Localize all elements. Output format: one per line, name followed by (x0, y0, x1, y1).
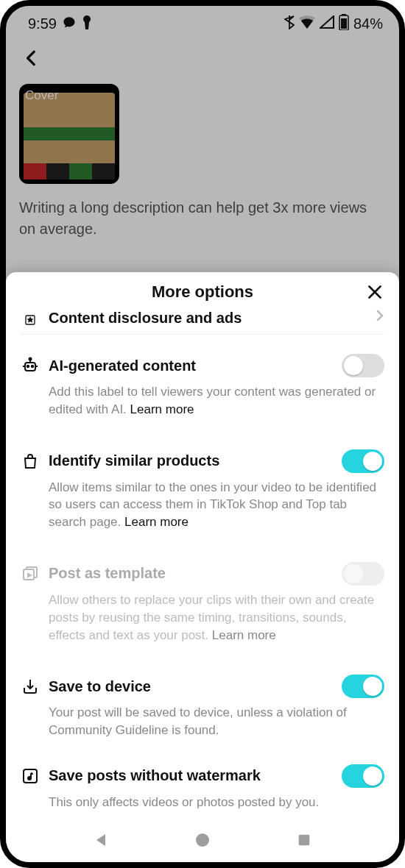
toggle-save-without-watermark[interactable] (342, 764, 384, 788)
music-note-box-icon (21, 766, 40, 786)
android-nav-bar (6, 822, 399, 862)
nav-home-button[interactable] (191, 829, 214, 851)
more-options-sheet: More options Content disclosure and ads (6, 272, 399, 862)
row-description: Add this label to tell viewers your cont… (21, 377, 384, 426)
description-hint: Writing a long description can help get … (19, 197, 386, 240)
status-bar: 9:59 84% (6, 6, 399, 38)
row-description: Your post will be saved to device, unles… (21, 698, 384, 747)
toggle-post-as-template (342, 562, 384, 586)
cover-thumbnail[interactable]: Cover (19, 84, 119, 184)
learn-more-link[interactable]: Learn more (124, 515, 189, 529)
keyhole-icon (82, 15, 92, 33)
svg-point-9 (32, 366, 33, 367)
row-identify-similar: Identify similar products Allow items si… (6, 432, 399, 544)
row-title: Identify similar products (49, 452, 333, 469)
row-post-as-template: Post as template Allow others to replace… (6, 544, 399, 657)
svg-point-8 (27, 366, 29, 367)
template-icon (21, 564, 40, 583)
svg-rect-18 (299, 835, 310, 846)
download-icon (21, 677, 40, 696)
svg-point-16 (28, 777, 31, 780)
row-save-to-device: Save to device Your post will be saved t… (6, 657, 399, 753)
toggle-save-to-device[interactable] (342, 675, 384, 698)
sheet-header: More options (6, 272, 399, 307)
back-icon[interactable] (22, 57, 41, 70)
battery-percent: 84% (353, 15, 383, 32)
row-description: This only affects videos or photos poste… (21, 788, 384, 819)
robot-icon (21, 356, 40, 375)
toggle-ai-generated[interactable] (342, 354, 384, 377)
chat-icon (63, 15, 76, 32)
svg-point-17 (196, 833, 209, 847)
signal-icon (320, 15, 334, 32)
row-title: AI-generated content (49, 357, 333, 374)
cover-label: Cover (25, 88, 58, 103)
nav-back-button[interactable] (90, 829, 112, 851)
row-title: Save posts without watermark (49, 767, 333, 784)
chevron-right-icon (376, 307, 384, 327)
status-time: 9:59 (28, 15, 57, 32)
post-editor-background: Cover Writing a long description can hel… (6, 38, 399, 255)
bluetooth-icon (284, 15, 295, 33)
learn-more-link[interactable]: Learn more (130, 402, 194, 416)
toggle-identify-similar[interactable] (342, 449, 384, 473)
row-ai-generated: AI-generated content Add this label to t… (6, 335, 399, 432)
svg-point-0 (83, 15, 91, 23)
learn-more-link[interactable]: Learn more (212, 628, 276, 642)
battery-icon (339, 14, 349, 34)
close-button[interactable] (362, 280, 387, 305)
row-title: Content disclosure and ads (49, 310, 367, 327)
svg-rect-3 (341, 18, 347, 29)
row-save-without-watermark: Save posts without watermark This only a… (6, 753, 399, 822)
row-description: Allow items similar to the ones in your … (21, 473, 384, 538)
row-title: Save to device (49, 678, 333, 695)
row-description: Allow others to replace your clips with … (21, 586, 384, 651)
row-content-disclosure[interactable]: Content disclosure and ads (6, 307, 399, 334)
nav-recents-button[interactable] (293, 829, 315, 851)
shopping-bag-icon (21, 452, 40, 471)
row-title: Post as template (49, 565, 333, 582)
star-box-icon (21, 310, 40, 330)
svg-point-11 (29, 358, 32, 360)
sheet-title: More options (152, 282, 253, 301)
wifi-icon (299, 15, 315, 32)
